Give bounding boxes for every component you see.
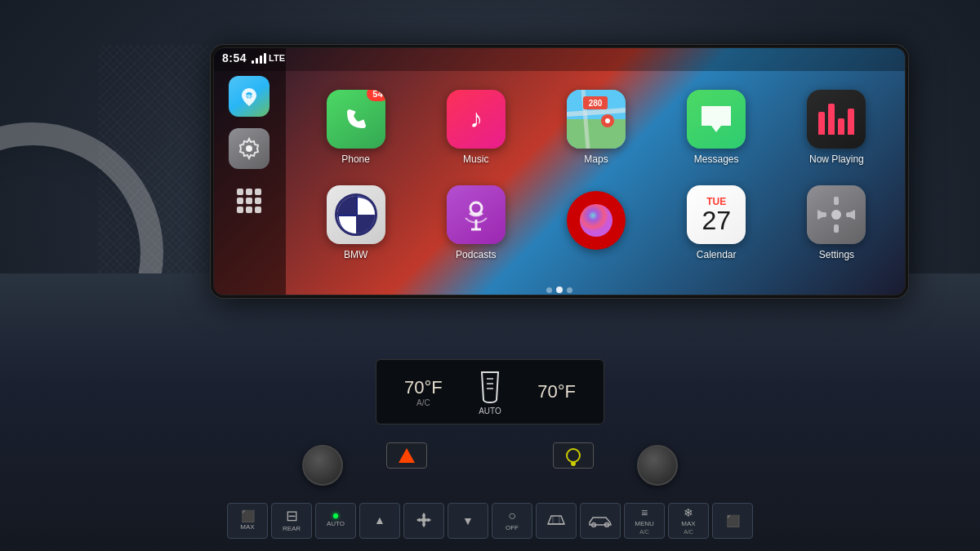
max-ac-button[interactable]: ❄ MAX A/C: [668, 503, 709, 539]
menu-ac-button[interactable]: ≡ MENU A/C: [624, 503, 665, 539]
right-dial[interactable]: [637, 445, 678, 486]
app-bmw[interactable]: BMW: [302, 181, 409, 264]
svg-text:♪: ♪: [470, 104, 483, 133]
bmw-icon: [327, 185, 385, 244]
page-dot-2: [556, 287, 563, 293]
music-label: Music: [463, 153, 488, 165]
settings-icon: [807, 185, 866, 244]
climate-display: 70°F A/C AUTO 70°F: [376, 359, 604, 424]
messages-icon: [687, 90, 746, 149]
calendar-display: TUE 27: [698, 193, 734, 237]
hazard-triangle-icon: [399, 448, 415, 463]
sidebar: 280: [212, 45, 286, 298]
fan-up-button[interactable]: ▲: [359, 503, 400, 539]
fan-icon: [416, 512, 432, 528]
climate-center: AUTO: [479, 369, 501, 415]
seat-heat-left-icon: ⬛: [241, 510, 255, 522]
page-indicator: [546, 287, 572, 293]
windshield-button[interactable]: [536, 503, 577, 539]
bmw-label: BMW: [344, 249, 368, 260]
app-phone[interactable]: 54 Phone: [302, 86, 409, 168]
ac-auto-button[interactable]: AUTO: [315, 503, 356, 539]
svg-rect-23: [834, 197, 839, 205]
screen-inner: 8:54 LTE 280: [212, 45, 906, 298]
app-nowplaying[interactable]: Now Playing: [783, 86, 890, 168]
control-buttons-row: ⬛ MAX ⊟ REAR AUTO ▲ ▼: [163, 498, 817, 543]
rear-defrost-icon: ⊟: [286, 509, 298, 523]
sidebar-settings-icon[interactable]: [229, 128, 270, 169]
settings-label: Settings: [819, 249, 854, 260]
svg-rect-11: [567, 119, 626, 149]
svg-point-21: [580, 204, 612, 237]
rear-defrost-button[interactable]: ⊟ REAR: [271, 503, 312, 539]
off-icon: ○: [508, 509, 516, 522]
dashboard: 70°F A/C AUTO 70°F ⬛ MAX ⊟ REAR: [0, 273, 980, 551]
max-ac-icon: ❄: [684, 507, 693, 518]
app-messages[interactable]: Messages: [663, 86, 770, 168]
led-indicator: [333, 513, 338, 518]
grid-icon: [237, 189, 261, 213]
status-bar: 8:54 LTE: [212, 45, 906, 71]
phone-label: Phone: [341, 153, 370, 165]
nowplaying-label: Now Playing: [809, 153, 864, 165]
car-side-icon: [588, 514, 612, 527]
maps-icon: 280: [567, 90, 626, 149]
app-podcasts[interactable]: Podcasts: [422, 181, 529, 264]
network-type: LTE: [269, 53, 285, 63]
app-siri[interactable]: [542, 181, 649, 264]
svg-point-17: [470, 202, 482, 214]
nowplaying-icon: [807, 90, 866, 149]
music-icon: ♪: [447, 90, 506, 149]
warning-lights-row: [368, 441, 612, 469]
bmw-roundel: [335, 193, 377, 236]
signal-bars: [252, 53, 266, 64]
podcasts-icon: [447, 185, 506, 244]
app-settings[interactable]: Settings: [783, 181, 890, 264]
left-dial[interactable]: [302, 445, 343, 486]
svg-rect-24: [834, 224, 839, 233]
phone-badge: 54: [367, 90, 385, 101]
calendar-label: Calendar: [697, 249, 737, 260]
calendar-day-num: 27: [702, 207, 731, 233]
fan-select-button[interactable]: [403, 503, 444, 539]
svg-text:280: 280: [244, 94, 254, 100]
warning-button[interactable]: [553, 442, 594, 469]
cup-icon: [479, 369, 501, 403]
svg-point-22: [831, 210, 841, 220]
status-time: 8:54: [222, 51, 247, 64]
svg-point-8: [246, 145, 252, 152]
page-dot-3: [567, 287, 572, 293]
messages-label: Messages: [694, 153, 739, 165]
app-grid: 54 Phone ♪ Music: [286, 71, 906, 278]
hazard-button[interactable]: [386, 442, 427, 469]
svg-point-15: [605, 118, 610, 123]
fan-down-button[interactable]: ▼: [448, 503, 488, 539]
warning-circle-icon: [566, 448, 581, 463]
windshield-icon: [546, 513, 566, 527]
maps-label: Maps: [584, 153, 608, 165]
menu-icon: ≡: [641, 507, 648, 518]
fan-up-icon: ▲: [374, 514, 385, 526]
seat-heat-right-icon: ⬛: [726, 515, 740, 527]
app-music[interactable]: ♪ Music: [422, 86, 529, 168]
fan-down-icon: ▼: [462, 515, 474, 527]
sidebar-home-icon[interactable]: [229, 180, 270, 221]
app-calendar[interactable]: TUE 27 Calendar: [663, 181, 770, 264]
siri-icon: [567, 191, 626, 250]
temp-right: 70°F: [537, 381, 576, 402]
carplay-screen: 8:54 LTE 280: [212, 45, 906, 298]
app-maps[interactable]: 280 Maps: [542, 86, 649, 168]
temp-left: 70°F A/C: [404, 377, 443, 407]
car-button[interactable]: [580, 503, 621, 539]
seat-heat-left-button[interactable]: ⬛ MAX: [227, 503, 268, 539]
svg-text:280: 280: [589, 99, 603, 108]
dashboard-mesh-texture: [98, 45, 212, 298]
podcasts-label: Podcasts: [456, 249, 496, 260]
sidebar-maps-icon[interactable]: 280: [229, 76, 270, 117]
page-dot-1: [546, 287, 552, 293]
calendar-icon: TUE 27: [687, 185, 746, 244]
off-button[interactable]: ○ OFF: [492, 503, 532, 539]
seat-heat-right-button[interactable]: ⬛: [712, 503, 753, 539]
audio-bars: [818, 104, 854, 135]
phone-icon: 54: [327, 90, 385, 149]
